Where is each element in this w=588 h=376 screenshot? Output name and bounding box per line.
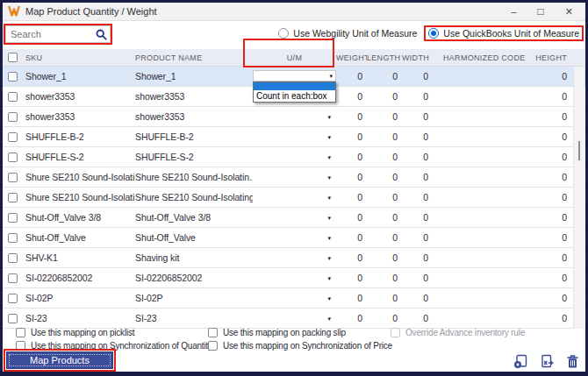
cell-length[interactable]: 0 (367, 273, 402, 283)
chevron-down-icon[interactable]: ▾ (328, 215, 331, 221)
cell-height[interactable]: 0 (529, 232, 571, 243)
cell-length[interactable]: 0 (367, 313, 402, 323)
row-checkbox[interactable] (8, 92, 18, 102)
chevron-down-icon[interactable]: ▾ (328, 275, 331, 281)
um-dropdown-cell[interactable]: ▾ (253, 208, 336, 227)
cell-weight[interactable]: 0 (336, 111, 367, 122)
close-button[interactable]: ✕ (565, 7, 573, 17)
cell-length[interactable]: 0 (367, 212, 402, 223)
header-length[interactable]: LENGTH (367, 53, 402, 62)
table-row[interactable]: shower3353 shower3353 ▾ 0 0 0 0 (3, 107, 585, 127)
cell-length[interactable]: 0 (367, 293, 402, 303)
checkbox-icon[interactable] (208, 328, 218, 337)
table-row[interactable]: SI-23 SI-23 ▾ 0 0 0 0 (3, 309, 585, 329)
cell-weight[interactable]: 0 (336, 232, 367, 243)
maximize-button[interactable]: □ (538, 6, 544, 17)
radio-on-icon[interactable] (428, 28, 439, 39)
cell-weight[interactable]: 0 (336, 252, 367, 263)
row-checkbox[interactable] (8, 273, 18, 283)
cell-weight[interactable]: 0 (336, 91, 367, 102)
cell-height[interactable]: 0 (529, 313, 571, 323)
header-height[interactable]: HEIGHT (529, 53, 571, 62)
checkbox-icon[interactable] (208, 341, 218, 351)
um-dropdown-cell[interactable]: ▾ (253, 107, 336, 126)
cell-width[interactable]: 0 (402, 192, 433, 202)
cell-length[interactable]: 0 (367, 172, 402, 182)
checkbox-use-mapping-picklist[interactable]: Use this mapping on picklist (16, 328, 134, 337)
cell-width[interactable]: 0 (402, 212, 433, 223)
um-dropdown-cell[interactable]: ▾ (253, 167, 336, 187)
cell-weight[interactable]: 0 (336, 273, 367, 283)
cell-length[interactable]: 0 (367, 111, 402, 122)
select-all-checkbox[interactable] (8, 53, 18, 62)
cell-width[interactable]: 0 (402, 232, 433, 243)
chevron-down-icon[interactable]: ▾ (328, 114, 331, 120)
um-option-count-in-each-box[interactable]: Count in each:box (254, 90, 335, 102)
cell-weight[interactable]: 0 (336, 192, 367, 202)
chevron-down-icon[interactable]: ▾ (328, 295, 331, 302)
cell-length[interactable]: 0 (367, 152, 402, 162)
scrollbar-thumb[interactable] (578, 141, 580, 160)
cell-height[interactable]: 0 (529, 131, 571, 142)
cell-height[interactable]: 0 (529, 293, 571, 303)
row-checkbox[interactable] (8, 233, 18, 243)
cell-width[interactable]: 0 (402, 131, 433, 142)
header-width[interactable]: WIDTH (402, 53, 433, 62)
um-option-blank[interactable] (254, 82, 335, 90)
delete-icon[interactable] (566, 354, 579, 369)
radio-use-quickbooks-uom[interactable]: Use QuickBooks Unit of Measure (428, 28, 579, 39)
row-checkbox[interactable] (8, 153, 18, 162)
cell-width[interactable]: 0 (402, 313, 433, 323)
um-dropdown-cell[interactable]: ▾ (253, 147, 336, 167)
row-checkbox[interactable] (8, 253, 18, 263)
radio-use-webgility-uom[interactable]: Use Webgility Unit of Measure (278, 28, 417, 39)
header-weight[interactable]: WEIGHT (336, 53, 367, 62)
cell-height[interactable]: 0 (529, 71, 571, 82)
cell-width[interactable]: 0 (402, 172, 433, 182)
cell-weight[interactable]: 0 (336, 212, 367, 223)
cell-length[interactable]: 0 (367, 91, 402, 102)
table-row[interactable]: SI-02206852002 SI-02206852002 ▾ 0 0 0 0 (3, 268, 585, 288)
um-dropdown-cell[interactable]: ▾ (253, 248, 336, 267)
checkbox-icon[interactable] (16, 328, 25, 337)
cell-width[interactable]: 0 (402, 91, 433, 102)
cell-width[interactable]: 0 (402, 152, 433, 162)
table-row[interactable]: SHUFFLE-B-2 SHUFFLE-B-2 ▾ 0 0 0 0 (3, 127, 585, 147)
cell-length[interactable]: 0 (367, 131, 402, 142)
cell-width[interactable]: 0 (402, 293, 433, 303)
cell-height[interactable]: 0 (529, 252, 571, 263)
cell-weight[interactable]: 0 (336, 172, 367, 182)
table-row[interactable]: Shure SE210 Sound-Isolatin... Shure SE21… (3, 167, 585, 188)
cell-weight[interactable]: 0 (336, 131, 367, 142)
cell-length[interactable]: 0 (367, 232, 402, 243)
chevron-down-icon[interactable]: ▾ (328, 195, 331, 201)
um-dropdown-cell[interactable]: ▾ (253, 127, 336, 146)
cell-height[interactable]: 0 (529, 212, 571, 223)
header-sku[interactable]: SKU (25, 53, 135, 62)
table-row[interactable]: Shut-Off_Valve Shut-Off_Valve ▾ 0 0 0 0 (3, 228, 585, 248)
cell-width[interactable]: 0 (402, 111, 433, 122)
cell-width[interactable]: 0 (402, 252, 433, 263)
chevron-down-icon[interactable]: ▾ (329, 73, 333, 79)
header-um[interactable]: U/M (253, 53, 336, 62)
cell-length[interactable]: 0 (367, 71, 402, 82)
row-checkbox[interactable] (8, 294, 18, 303)
minimize-button[interactable]: – (511, 7, 516, 17)
um-dropdown-cell[interactable]: ▾ (253, 309, 336, 328)
table-row[interactable]: SHV-K1 Shaving kit ▾ 0 0 0 0 (3, 248, 585, 268)
row-checkbox[interactable] (8, 193, 18, 202)
radio-off-icon[interactable] (278, 28, 289, 39)
row-checkbox[interactable] (8, 72, 18, 82)
row-checkbox[interactable] (8, 112, 18, 122)
checkbox-use-mapping-sync-price[interactable]: Use this mapping on Synchronization of P… (208, 341, 392, 351)
row-checkbox[interactable] (8, 132, 18, 142)
header-product-name[interactable]: PRODUCT NAME (135, 53, 253, 62)
cell-weight[interactable]: 0 (336, 71, 367, 82)
table-row[interactable]: Shure SE210 Sound-Isolating Shure SE210 … (3, 188, 585, 208)
add-mapping-icon[interactable] (513, 354, 528, 369)
row-checkbox[interactable] (8, 213, 18, 223)
chevron-down-icon[interactable]: ▾ (328, 235, 331, 241)
export-to-excel-icon[interactable] (540, 354, 555, 369)
cell-height[interactable]: 0 (529, 91, 571, 102)
chevron-down-icon[interactable]: ▾ (328, 154, 331, 160)
